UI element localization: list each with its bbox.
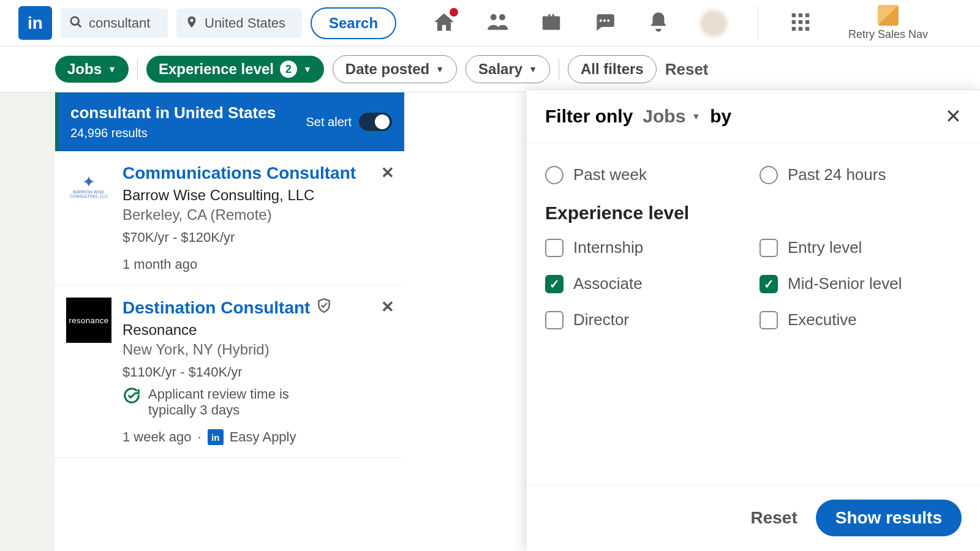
- svg-rect-10: [791, 20, 795, 23]
- apps-grid-icon[interactable]: [789, 10, 812, 36]
- svg-line-1: [78, 23, 81, 27]
- results-title: consultant in United States: [70, 103, 276, 122]
- filter-panel-header: Filter only Jobs ▼ by ✕: [527, 90, 980, 143]
- svg-rect-9: [805, 13, 809, 17]
- easy-apply-label: Easy Apply: [230, 429, 296, 445]
- svg-point-5: [603, 19, 606, 21]
- svg-point-6: [608, 19, 610, 21]
- checkbox-icon: [545, 239, 564, 257]
- home-icon[interactable]: [432, 10, 456, 36]
- review-time-text: Applicant review time is typically 3 day…: [148, 386, 338, 418]
- search-input[interactable]: [89, 15, 159, 31]
- chevron-down-icon: ▼: [692, 111, 700, 121]
- exp-option-mid-senior[interactable]: Mid-Senior level: [760, 274, 962, 293]
- date-option-past-24-hours[interactable]: Past 24 hours: [760, 165, 962, 184]
- show-results-button[interactable]: Show results: [816, 500, 962, 536]
- exp-option-associate[interactable]: Associate: [545, 274, 747, 293]
- reset-filters-link[interactable]: Reset: [665, 60, 709, 79]
- job-company: Barrow Wise Consulting, LLC: [123, 187, 393, 204]
- location-input[interactable]: [205, 15, 293, 31]
- job-location: New York, NY (Hybrid): [123, 341, 393, 358]
- svg-point-4: [600, 19, 602, 21]
- dismiss-job-button[interactable]: ✕: [381, 298, 394, 317]
- svg-rect-13: [791, 26, 795, 30]
- checkbox-label: Mid-Senior level: [788, 274, 902, 293]
- panel-reset-button[interactable]: Reset: [750, 508, 797, 528]
- job-posted-time: 1 week ago: [123, 429, 192, 445]
- exp-option-director[interactable]: Director: [545, 310, 747, 329]
- experience-section-title: Experience level: [545, 203, 962, 223]
- search-button[interactable]: Search: [311, 7, 396, 39]
- date-option-past-week[interactable]: Past week: [545, 165, 747, 184]
- radio-label: Past 24 hours: [788, 165, 886, 184]
- alert-toggle[interactable]: [359, 113, 392, 131]
- filter-only-label: Filter only: [545, 106, 633, 127]
- location-pin-icon: [185, 14, 198, 32]
- experience-filter-pill[interactable]: Experience level 2 ▼: [146, 56, 324, 83]
- chevron-down-icon: ▼: [529, 64, 537, 74]
- divider: [758, 6, 758, 40]
- close-panel-button[interactable]: ✕: [945, 105, 962, 128]
- checkbox-icon: [760, 311, 778, 329]
- svg-rect-11: [798, 20, 802, 23]
- svg-point-3: [499, 14, 505, 20]
- experience-count-badge: 2: [280, 61, 297, 78]
- divider: [137, 59, 138, 80]
- exp-option-internship[interactable]: Internship: [545, 238, 747, 257]
- company-logo: resonance: [66, 298, 111, 343]
- keyword-search-box[interactable]: [61, 9, 168, 38]
- job-salary: $110K/yr - $140K/yr: [123, 364, 393, 380]
- results-header: consultant in United States 24,996 resul…: [55, 92, 404, 151]
- filter-scope-dropdown[interactable]: Jobs ▼: [643, 106, 700, 127]
- dismiss-job-button[interactable]: ✕: [381, 163, 394, 182]
- svg-rect-12: [805, 20, 809, 23]
- search-icon: [69, 15, 83, 31]
- checkbox-icon: [760, 275, 778, 293]
- checkbox-label: Executive: [788, 310, 857, 329]
- results-column: consultant in United States 24,996 resul…: [55, 92, 404, 551]
- job-card[interactable]: resonance Destination Consultant Resonan…: [55, 285, 404, 458]
- jobs-icon[interactable]: [540, 10, 563, 36]
- all-filters-button[interactable]: All filters: [568, 55, 657, 83]
- jobs-filter-pill[interactable]: Jobs ▼: [55, 56, 129, 83]
- notifications-icon[interactable]: [647, 10, 670, 36]
- job-company: Resonance: [123, 321, 393, 339]
- retry-sales-nav[interactable]: Retry Sales Nav: [842, 5, 934, 41]
- radio-icon: [545, 166, 564, 184]
- top-nav: in Search: [0, 0, 980, 47]
- divider: [559, 59, 559, 80]
- retry-sales-label: Retry Sales Nav: [848, 28, 928, 41]
- filter-panel: Filter only Jobs ▼ by ✕ Past week Past 2…: [527, 89, 980, 551]
- filter-panel-footer: Reset Show results: [527, 484, 980, 551]
- location-search-box[interactable]: [176, 9, 302, 38]
- svg-rect-7: [791, 13, 795, 17]
- job-card[interactable]: ✦ BARROW WISE CONSULTING, LLC Communicat…: [55, 151, 404, 285]
- linkedin-logo[interactable]: in: [18, 6, 52, 40]
- job-posted-time: 1 month ago: [123, 257, 197, 272]
- chevron-down-icon: ▼: [435, 64, 444, 74]
- svg-rect-14: [798, 26, 802, 30]
- exp-option-entry-level[interactable]: Entry level: [760, 238, 962, 257]
- radio-icon: [760, 166, 778, 184]
- job-location: Berkeley, CA (Remote): [123, 206, 393, 223]
- date-posted-pill[interactable]: Date posted ▼: [333, 55, 457, 83]
- messaging-icon[interactable]: [593, 10, 616, 36]
- filter-panel-body: Past week Past 24 hours Experience level…: [527, 143, 980, 484]
- avatar[interactable]: [700, 10, 727, 37]
- salary-pill[interactable]: Salary ▼: [466, 55, 550, 83]
- checkbox-icon: [545, 311, 564, 329]
- chevron-down-icon: ▼: [303, 64, 312, 74]
- jobs-pill-label: Jobs: [67, 61, 102, 78]
- job-salary: $70K/yr - $120K/yr: [123, 230, 393, 246]
- filter-bar: Jobs ▼ Experience level 2 ▼ Date posted …: [0, 47, 980, 92]
- network-icon[interactable]: [486, 10, 509, 36]
- job-title[interactable]: Communications Consultant: [123, 163, 393, 183]
- separator: ·: [198, 429, 202, 445]
- job-title[interactable]: Destination Consultant: [123, 298, 393, 318]
- date-posted-label: Date posted: [345, 61, 429, 78]
- exp-option-executive[interactable]: Executive: [760, 310, 962, 329]
- radio-label: Past week: [573, 165, 647, 184]
- checkbox-icon: [545, 275, 564, 293]
- by-label: by: [710, 106, 731, 127]
- svg-point-2: [491, 14, 497, 20]
